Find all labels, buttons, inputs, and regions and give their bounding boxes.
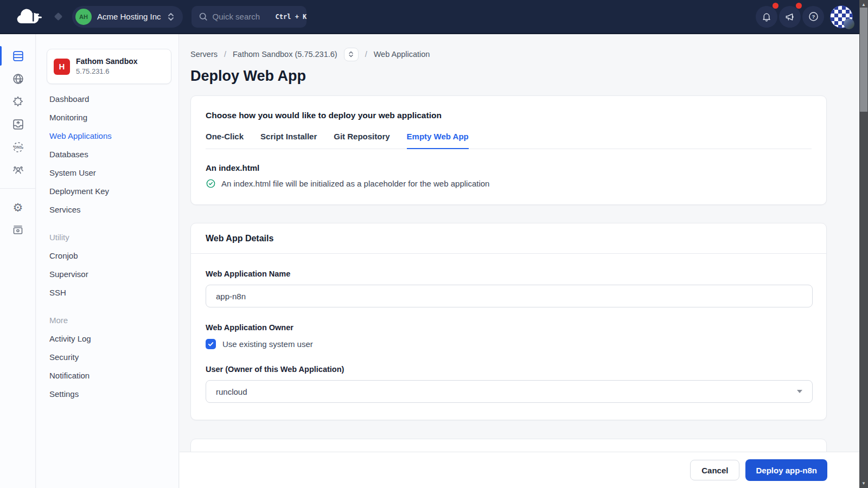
rail-item-web-applications[interactable] — [0, 67, 36, 90]
index-html-title: An index.html — [206, 163, 812, 172]
svg-text:DNS: DNS — [14, 145, 22, 149]
tab-script-installer[interactable]: Script Installer — [260, 132, 317, 149]
sidebar-item-ssh[interactable]: SSH — [36, 283, 178, 301]
tab-empty-web-app[interactable]: Empty Web App — [407, 132, 469, 149]
rail-item-deployments[interactable] — [0, 113, 36, 136]
notifications-button[interactable] — [756, 6, 777, 28]
notifications-badge — [773, 3, 778, 9]
server-logo: H — [54, 59, 70, 75]
server-switcher-button[interactable] — [344, 48, 359, 61]
sidebar-item-supervisor[interactable]: Supervisor — [36, 265, 178, 283]
user-avatar[interactable] — [830, 5, 853, 28]
sidebar-item-cronjob[interactable]: Cronjob — [36, 246, 178, 265]
organization-avatar: AH — [75, 9, 92, 25]
breadcrumb-server[interactable]: Fathom Sandbox (5.75.231.6) — [233, 50, 337, 59]
gear-icon: ⚙ — [13, 202, 23, 213]
server-card[interactable]: H Fathom Sandbox 5.75.231.6 — [47, 49, 171, 84]
cancel-button[interactable]: Cancel — [690, 460, 739, 480]
announcements-badge — [796, 3, 802, 9]
owner-checkbox-row: Use existing system user — [206, 339, 812, 349]
chevron-updown-icon — [167, 12, 175, 22]
sidebar-item-system-user[interactable]: System User — [36, 163, 178, 182]
announcements-button[interactable] — [779, 6, 801, 28]
organization-switcher[interactable]: AH Acme Hosting Inc — [72, 6, 183, 28]
rail-item-dns[interactable]: DNS — [0, 136, 36, 158]
sidebar-section-utility: Utility — [36, 228, 178, 246]
use-existing-user-label[interactable]: Use existing system user — [222, 339, 313, 349]
breadcrumb-web-application[interactable]: Web Application — [374, 50, 430, 59]
rail-item-settings[interactable]: ⚙ — [0, 196, 36, 219]
sidebar-item-deployment-key[interactable]: Deployment Key — [36, 182, 178, 200]
sidebar-item-services[interactable]: Services — [36, 200, 178, 219]
help-button[interactable]: ? — [802, 6, 824, 28]
sidebar-item-activity-log[interactable]: Activity Log — [36, 329, 178, 348]
index-html-description: An index.html file will be initialized a… — [221, 179, 489, 188]
use-existing-user-checkbox[interactable] — [206, 339, 216, 349]
server-name: Fathom Sandbox — [76, 56, 138, 67]
quick-search: Ctrl + K — [192, 6, 307, 28]
scrollbar-up-arrow[interactable]: ▲ — [859, 2, 868, 7]
rail-item-team[interactable] — [0, 158, 36, 181]
deploy-method-card: Choose how you would like to deploy your… — [190, 95, 827, 205]
owner-user-select[interactable]: runcloud — [206, 380, 813, 403]
sidebar-item-settings[interactable]: Settings — [36, 384, 178, 403]
footer-action-bar: Cancel Deploy app-n8n — [180, 452, 859, 488]
search-shortcut-hint: Ctrl + K — [276, 13, 307, 21]
web-app-name-input[interactable] — [206, 285, 813, 307]
tray-upload-icon — [11, 118, 25, 131]
sidebar-section-more: More — [36, 311, 178, 329]
deploy-method-tabs: One-Click Script Installer Git Repositor… — [206, 132, 812, 149]
sidebar-item-notification[interactable]: Notification — [36, 366, 178, 384]
sidebar: H Fathom Sandbox 5.75.231.6 Dashboard Mo… — [36, 34, 179, 488]
bell-icon — [761, 11, 772, 22]
index-html-row: An index.html file will be initialized a… — [206, 178, 812, 189]
svg-text:?: ? — [812, 14, 815, 20]
icon-rail: DNS ⚙ — [0, 34, 36, 488]
sidebar-item-security[interactable]: Security — [36, 348, 178, 366]
page-title: Deploy Web App — [190, 68, 827, 85]
web-app-details-title: Web App Details — [206, 234, 273, 243]
megaphone-icon — [784, 11, 795, 22]
server-ip: 5.75.231.6 — [76, 67, 138, 76]
deploy-method-heading: Choose how you would like to deploy your… — [206, 111, 812, 120]
sidebar-item-web-applications[interactable]: Web Applications — [36, 126, 178, 145]
team-icon — [11, 163, 25, 177]
web-app-details-header: Web App Details — [191, 223, 826, 254]
scrollbar-thumb[interactable] — [860, 8, 867, 112]
web-app-owner-label: Web Application Owner — [206, 323, 812, 332]
organization-name: Acme Hosting Inc — [97, 12, 161, 21]
check-circle-icon — [206, 178, 216, 189]
web-app-name-label: Web Application Name — [206, 269, 812, 278]
web-app-details-card: Web App Details Web Application Name Web… — [190, 223, 827, 420]
spark-icon — [11, 95, 24, 108]
sidebar-item-monitoring[interactable]: Monitoring — [36, 108, 178, 126]
question-icon: ? — [808, 11, 819, 22]
scrollbar-down-arrow[interactable]: ▼ — [859, 481, 868, 486]
search-input[interactable] — [213, 12, 271, 21]
dns-globe-icon: DNS — [11, 140, 25, 154]
user-photo-badge — [844, 18, 854, 29]
sidebar-item-databases[interactable]: Databases — [36, 145, 178, 163]
page-scrollbar[interactable]: ▲ ▼ — [859, 0, 868, 488]
deploy-button[interactable]: Deploy app-n8n — [745, 459, 827, 481]
breadcrumb-servers[interactable]: Servers — [190, 50, 218, 59]
rail-item-integrations[interactable] — [0, 90, 36, 113]
chevron-updown-icon — [348, 50, 354, 58]
server-icon — [11, 49, 25, 63]
topbar-actions: ? — [756, 5, 853, 28]
owner-user-label: User (Owner of this Web Application) — [206, 365, 812, 374]
sidebar-item-dashboard[interactable]: Dashboard — [36, 89, 178, 108]
diamond-separator-icon — [54, 12, 63, 21]
rail-item-archive[interactable] — [0, 219, 36, 241]
search-icon — [198, 11, 208, 22]
rail-active-indicator — [0, 46, 2, 66]
owner-user-value: runcloud — [216, 387, 247, 396]
chevron-down-icon — [797, 390, 802, 393]
brand-logo[interactable] — [15, 8, 43, 26]
tab-one-click[interactable]: One-Click — [206, 132, 244, 149]
tab-git-repository[interactable]: Git Repository — [334, 132, 390, 149]
archive-box-icon — [11, 223, 24, 236]
rail-divider — [0, 188, 35, 189]
globe-cursor-icon — [11, 72, 25, 86]
rail-item-servers[interactable] — [0, 44, 36, 67]
